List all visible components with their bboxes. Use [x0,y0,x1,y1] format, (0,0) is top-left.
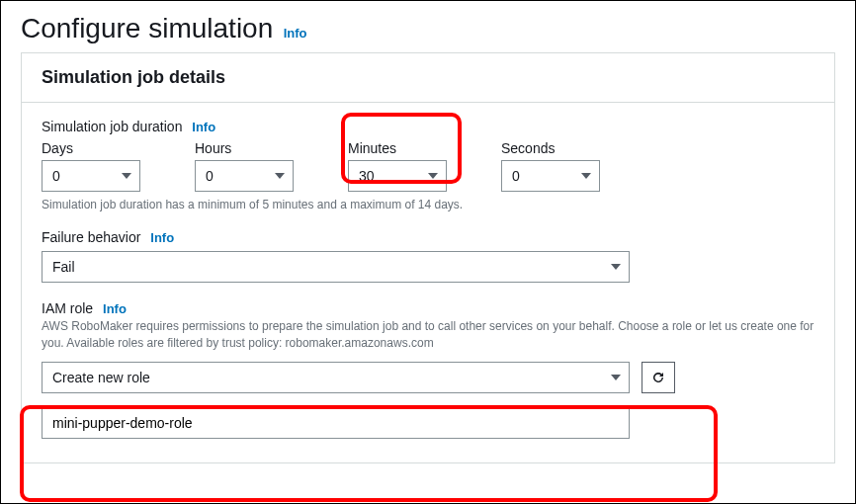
chevron-down-icon [428,173,438,179]
failure-label: Failure behavior [42,229,140,245]
minutes-label: Minutes [348,140,447,156]
seconds-value: 0 [512,168,520,184]
iam-label: IAM role [42,300,93,316]
chevron-down-icon [611,264,621,270]
hours-value: 0 [206,168,214,184]
hours-select[interactable]: 0 [195,160,294,192]
chevron-down-icon [581,173,591,179]
refresh-icon [650,370,666,385]
minutes-select[interactable]: 30 [348,160,447,192]
iam-role-value: Create new role [52,370,150,385]
duration-label: Simulation job duration [42,119,182,134]
failure-behavior-select[interactable]: Fail [42,251,630,283]
days-value: 0 [52,168,60,184]
page-header: Configure simulation Info [1,1,855,52]
iam-role-name-input[interactable] [42,407,630,439]
failure-behavior-section: Failure behavior Info Fail [42,229,814,283]
panel-header: Simulation job details [22,53,834,103]
page-info-link[interactable]: Info [284,26,307,41]
days-column: Days 0 [42,140,140,192]
simulation-job-details-panel: Simulation job details Simulation job du… [21,52,835,463]
duration-section: Simulation job duration Info Days 0 Hour… [42,119,814,211]
refresh-button[interactable] [642,362,675,393]
iam-role-select[interactable]: Create new role [42,362,630,393]
failure-value: Fail [52,259,75,275]
minutes-column: Minutes 30 [348,140,447,192]
chevron-down-icon [275,173,285,179]
hours-label: Hours [195,140,294,156]
page-title: Configure simulation [21,13,273,43]
days-select[interactable]: 0 [42,160,140,192]
failure-info-link[interactable]: Info [150,230,174,245]
seconds-select[interactable]: 0 [501,160,600,192]
panel-body: Simulation job duration Info Days 0 Hour… [22,103,834,462]
days-label: Days [42,140,140,156]
seconds-label: Seconds [501,140,600,156]
iam-role-section: IAM role Info AWS RoboMaker requires per… [42,300,814,439]
hours-column: Hours 0 [195,140,294,192]
iam-info-link[interactable]: Info [103,301,127,316]
iam-description: AWS RoboMaker requires permissions to pr… [42,318,814,352]
duration-hint: Simulation job duration has a minimum of… [42,198,814,211]
minutes-value: 30 [359,168,375,184]
seconds-column: Seconds 0 [501,140,600,192]
duration-info-link[interactable]: Info [192,120,215,134]
chevron-down-icon [611,375,621,380]
chevron-down-icon [122,173,131,179]
panel-title: Simulation job details [42,67,814,88]
